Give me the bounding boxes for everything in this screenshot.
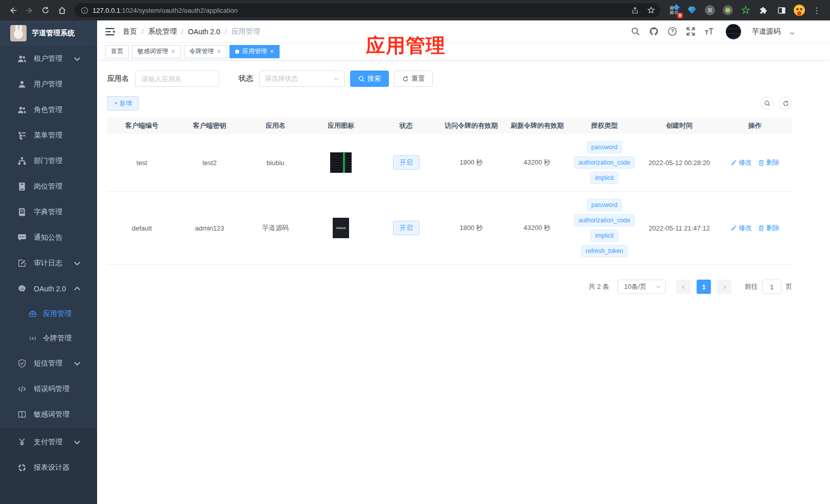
app-name-input[interactable]	[135, 71, 219, 87]
app-screenshot-thumbnail	[330, 152, 352, 173]
back-button[interactable]	[5, 3, 20, 18]
delete-button[interactable]: 删除	[758, 223, 779, 233]
goto-page-input[interactable]	[762, 280, 781, 294]
refresh-table-button[interactable]	[779, 97, 792, 110]
close-icon[interactable]: ×	[270, 48, 274, 55]
sidebar-item[interactable]: 角色管理	[0, 97, 97, 123]
github-icon[interactable]	[649, 27, 659, 36]
breadcrumb-item[interactable]: 应用管理	[232, 27, 260, 36]
reload-button[interactable]	[38, 3, 53, 18]
close-icon[interactable]: ×	[217, 48, 221, 55]
star-extension-icon[interactable]	[740, 5, 751, 16]
sidebar: 芋道管理系统 租户管理用户管理角色管理菜单管理部门管理岗位管理字典管理通知公告审…	[0, 20, 97, 504]
chevron-down-icon[interactable]	[789, 30, 795, 36]
chevron-down-icon	[73, 438, 82, 447]
sidebar-item[interactable]: 通知公告	[0, 225, 97, 250]
tabs-grid-extension-icon[interactable]: 9	[668, 5, 680, 16]
gem-extension-icon[interactable]	[686, 5, 698, 16]
bookmark-star-icon[interactable]	[644, 3, 658, 17]
close-icon[interactable]: ×	[171, 48, 175, 55]
tab-label: 首页	[111, 47, 123, 56]
app-title: 芋道管理系统	[32, 29, 75, 38]
column-header: 授权类型	[570, 117, 638, 134]
grant-type-tag: authorization_code	[574, 156, 635, 169]
breadcrumb: 首页/系统管理/OAuth 2.0/应用管理	[123, 27, 260, 36]
app-logo-row[interactable]: 芋道管理系统	[0, 20, 97, 46]
tab-label: 令牌管理	[190, 47, 214, 56]
client-secret-cell: admin123	[176, 192, 243, 264]
collapse-sidebar-icon[interactable]	[104, 26, 116, 37]
status-select[interactable]: 请选择状态	[259, 71, 345, 87]
sidebar-item[interactable]: 用户管理	[0, 72, 97, 97]
command-extension-icon[interactable]: ⌘	[704, 5, 716, 16]
chevron-down-icon	[73, 359, 82, 368]
username[interactable]: 芋道源码	[752, 27, 780, 36]
puzzle-extensions-icon[interactable]	[758, 5, 769, 16]
tab[interactable]: 应用管理×	[229, 45, 280, 58]
fullscreen-icon[interactable]	[686, 27, 696, 36]
site-info-icon[interactable]	[81, 7, 88, 14]
breadcrumb-item[interactable]: 首页	[123, 27, 137, 36]
column-header: 状态	[374, 117, 439, 134]
sidebar-item[interactable]: OAuth 2.0	[0, 276, 97, 302]
refresh-token-ttl-cell: 43200 秒	[504, 134, 570, 191]
sidebar-menu: 租户管理用户管理角色管理菜单管理部门管理岗位管理字典管理通知公告审计日志OAut…	[0, 46, 97, 429]
goto-suffix: 页	[786, 282, 792, 291]
reset-button[interactable]: 重置	[394, 71, 433, 87]
prev-page-button[interactable]	[676, 280, 690, 294]
breadcrumb-item[interactable]: 系统管理	[148, 27, 177, 36]
browser-menu-icon[interactable]: ⋮	[812, 6, 822, 15]
app-name-label: 应用名	[107, 74, 129, 83]
edit-button[interactable]: 修改	[730, 158, 752, 167]
tab[interactable]: 令牌管理×	[184, 45, 227, 58]
delete-button[interactable]: 删除	[758, 158, 779, 167]
yen-icon	[17, 438, 27, 447]
refresh-icon	[402, 76, 409, 82]
help-icon[interactable]	[667, 27, 677, 36]
sidebar-item[interactable]: 支付管理	[0, 429, 97, 455]
sidebar-item[interactable]: 敏感词管理	[0, 402, 97, 427]
edit-button[interactable]: 修改	[730, 223, 752, 233]
search-icon[interactable]	[631, 27, 640, 36]
url-bar[interactable]: 127.0.0.1:1024/system/oauth2/oauth2/appl…	[75, 3, 660, 17]
profile-avatar-icon[interactable]	[794, 5, 805, 16]
tab-label: 应用管理	[242, 47, 267, 56]
sidebar-item[interactable]: 审计日志	[0, 250, 97, 276]
sidebar-subitem[interactable]: 令牌管理	[0, 326, 97, 351]
forward-button[interactable]	[21, 3, 37, 18]
sidebar-item[interactable]: 短信管理	[0, 351, 97, 376]
grant-type-tag: refresh_token	[581, 245, 628, 257]
record-extension-icon[interactable]	[722, 5, 733, 16]
font-size-icon[interactable]	[704, 27, 714, 36]
github-logo-thumbnail: GitHub	[333, 218, 349, 238]
search-icon	[358, 76, 365, 82]
search-button[interactable]: 搜索	[350, 71, 389, 87]
column-header: 客户端编号	[107, 117, 176, 134]
tab[interactable]: 敏感词管理×	[132, 45, 181, 58]
page-size-select[interactable]: 10条/页	[617, 280, 666, 294]
home-button[interactable]	[54, 3, 70, 18]
org-icon	[17, 156, 27, 166]
table-body: testtest2biubiu开启1800 秒43200 秒passwordau…	[107, 134, 792, 265]
user-avatar[interactable]	[726, 24, 741, 39]
sidebar-item[interactable]: 租户管理	[0, 46, 97, 72]
active-tab-dot	[235, 50, 239, 54]
sidebar-item[interactable]: 报表设计器	[0, 455, 97, 480]
sidebar-item[interactable]: 字典管理	[0, 199, 97, 225]
sidebar-item[interactable]: 岗位管理	[0, 174, 97, 199]
add-button[interactable]: + 新增	[107, 96, 139, 110]
toggle-search-button[interactable]	[760, 97, 774, 110]
tab[interactable]: 首页	[105, 45, 129, 58]
sidebar-subitem[interactable]: 应用管理	[0, 302, 97, 326]
breadcrumb-item[interactable]: OAuth 2.0	[188, 28, 220, 36]
page-number-1[interactable]: 1	[697, 280, 711, 294]
next-page-button[interactable]	[717, 280, 731, 294]
sidebar-item[interactable]: 菜单管理	[0, 123, 97, 148]
share-icon[interactable]	[628, 3, 642, 17]
chevron-up-icon	[73, 284, 82, 293]
split-view-icon[interactable]	[776, 5, 787, 16]
sidebar-item[interactable]: 错误码管理	[0, 376, 97, 402]
created-at-cell: 2022-05-12 00:28:20	[638, 134, 720, 191]
sidebar-item[interactable]: 部门管理	[0, 148, 97, 174]
sidebar-item-label: 部门管理	[34, 156, 62, 166]
